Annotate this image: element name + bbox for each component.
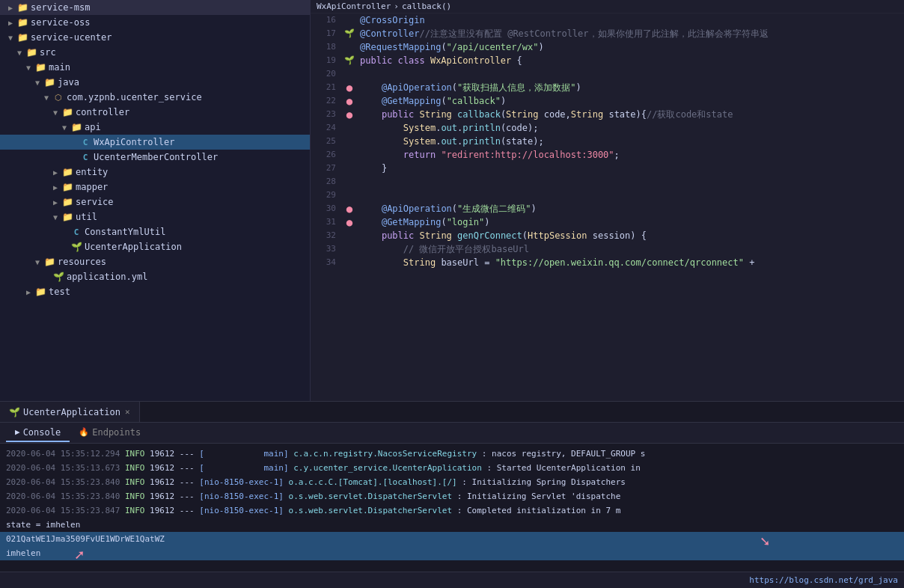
sidebar-item-service-msm[interactable]: ▶ 📁 service-msm (0, 0, 310, 15)
code-editor: WxApiController › callback() 16 @CrossOr… (311, 0, 904, 401)
line-code: @ApiOperation("获取扫描人信息，添加数据") (357, 81, 904, 94)
sidebar-item-constantymlutil[interactable]: C ConstantYmlUtil (0, 224, 310, 239)
line-num: 27 (311, 162, 342, 175)
endpoints-icon: 🔥 (79, 427, 89, 437)
sidebar-item-src[interactable]: ▼ 📁 src (0, 45, 310, 60)
line-num: 20 (311, 67, 342, 81)
highlight-block-1: 021QatWE1Jma3509FvUE1WDrWE1QatWZ ➘ (0, 532, 904, 546)
highlight-text-2: imhelen (6, 548, 40, 558)
folder-icon: 📁 (61, 196, 73, 208)
line-num: 26 (311, 148, 342, 162)
sidebar-label: ConstantYmlUtil (85, 227, 165, 237)
console-content[interactable]: 2020-06-04 15:35:12.294 INFO 19612 --- [… (0, 444, 904, 572)
sidebar-item-package[interactable]: ▼ ⬡ com.yzpnb.ucenter_service (0, 90, 310, 105)
log-line-1: 2020-06-04 15:35:12.294 INFO 19612 --- [… (0, 447, 904, 461)
folder-icon: 📁 (43, 76, 55, 88)
yaml-icon: 🌱 (52, 271, 64, 283)
line-num: 21 (311, 81, 342, 94)
tab-console-label: Console (23, 427, 61, 438)
tab-endpoints-label: Endpoints (92, 427, 141, 438)
line-num: 29 (311, 189, 342, 202)
code-line-29: 29 (311, 189, 904, 202)
app-tab-bar: 🌱 UcenterApplication ✕ (0, 402, 904, 423)
arrow-icon: ▶ (51, 197, 60, 206)
sidebar-item-java[interactable]: ▼ 📁 java (0, 75, 310, 90)
sidebar-item-entity[interactable]: ▶ 📁 entity (0, 165, 310, 180)
folder-icon: 📁 (16, 16, 28, 28)
sidebar-label: util (76, 212, 97, 222)
sidebar-label: UcenterApplication (85, 242, 182, 252)
status-url: https://blog.csdn.net/grd_java (749, 575, 898, 585)
line-code: // 微信开放平台授权baseUrl (357, 242, 904, 256)
code-line-26: 26 return "redirent:http://localhost:300… (311, 148, 904, 162)
gutter: ● (342, 81, 357, 94)
line-code: @RequestMapping("/api/ucenter/wx") (357, 40, 904, 54)
line-code (357, 67, 904, 81)
line-num: 31 (311, 215, 342, 229)
code-line-21: 21 ● @ApiOperation("获取扫描人信息，添加数据") (311, 81, 904, 94)
log-msg: Initializing Spring Dispatchers (472, 476, 626, 489)
spacer (42, 272, 51, 281)
sidebar-label: test (49, 287, 70, 297)
log-pid: 19612 (150, 490, 174, 503)
sidebar-item-mapper[interactable]: ▶ 📁 mapper (0, 180, 310, 195)
sidebar-item-wxapicontroller[interactable]: C WxApiController (0, 135, 310, 150)
folder-icon: 📁 (16, 1, 28, 13)
sidebar-label: WxApiController (94, 137, 174, 147)
sidebar-item-service-ucenter[interactable]: ▼ 📁 service-ucenter (0, 30, 310, 45)
arrow-icon: ▼ (60, 123, 69, 132)
sidebar-item-ucenterapplication[interactable]: 🌱 UcenterApplication (0, 239, 310, 254)
log-level: INFO (125, 504, 145, 517)
code-content[interactable]: 16 @CrossOrigin 17 🌱 @Controller//注意这里没有… (311, 13, 904, 401)
line-code: @Controller//注意这里没有配置 @RestController，如果… (357, 27, 904, 40)
spring-icon: 🌱 (70, 241, 82, 253)
line-num: 34 (311, 256, 342, 269)
spacer (60, 242, 69, 251)
code-line-20: 20 (311, 67, 904, 81)
folder-icon: 📁 (43, 256, 55, 268)
sidebar-item-util[interactable]: ▼ 📁 util (0, 209, 310, 224)
package-icon: ⬡ (52, 91, 64, 103)
log-level: INFO (125, 490, 145, 503)
breadcrumb-method: callback() (402, 1, 451, 11)
log-date: 2020-06-04 15:35:23.840 (6, 490, 120, 503)
line-num: 24 (311, 121, 342, 135)
code-line-34: 34 String baseUrl = "https://open.weixin… (311, 256, 904, 269)
app-tab[interactable]: 🌱 UcenterApplication ✕ (0, 402, 140, 422)
bottom-panel: 🌱 UcenterApplication ✕ ▶ Console 🔥 Endpo… (0, 401, 904, 588)
log-date: 2020-06-04 15:35:23.840 (6, 476, 120, 489)
sidebar-item-controller[interactable]: ▼ 📁 controller (0, 105, 310, 120)
line-num: 19 (311, 54, 342, 67)
line-code: public String genQrConnect(HttpSession s… (357, 229, 904, 242)
sidebar-item-main[interactable]: ▼ 📁 main (0, 60, 310, 75)
sidebar-item-applicationyml[interactable]: 🌱 application.yml (0, 269, 310, 284)
sidebar-label: main (49, 62, 70, 73)
breadcrumb-file: WxApiController (317, 1, 391, 11)
close-icon[interactable]: ✕ (125, 407, 130, 417)
main-container: ▶ 📁 service-msm ▶ 📁 service-oss ▼ 📁 serv… (0, 0, 904, 588)
code-line-19: 19 🌱 public class WxApiController { (311, 54, 904, 67)
line-num: 23 (311, 108, 342, 121)
line-code (357, 175, 904, 189)
sidebar-item-resources[interactable]: ▼ 📁 resources (0, 254, 310, 269)
tab-console[interactable]: ▶ Console (6, 424, 70, 442)
tab-endpoints[interactable]: 🔥 Endpoints (70, 424, 150, 442)
line-num: 32 (311, 229, 342, 242)
sidebar-item-service-oss[interactable]: ▶ 📁 service-oss (0, 15, 310, 30)
folder-icon: 📁 (34, 61, 46, 73)
log-thread: [ main] (199, 447, 288, 460)
code-line-27: 27 } (311, 162, 904, 175)
sidebar-item-api[interactable]: ▼ 📁 api (0, 120, 310, 135)
sidebar-item-ucentermember[interactable]: C UcenterMemberController (0, 150, 310, 165)
sidebar-label: com.yzpnb.ucenter_service (67, 92, 202, 102)
code-line-23: 23 ● public String callback(String code,… (311, 108, 904, 121)
line-code: @GetMapping("callback") (357, 94, 904, 108)
arrow-icon: ▶ (6, 3, 15, 12)
sidebar-item-test[interactable]: ▶ 📁 test (0, 284, 310, 299)
sidebar-label: controller (76, 107, 129, 117)
log-line-5: 2020-06-04 15:35:23.847 INFO 19612 --- [… (0, 503, 904, 518)
arrow-icon: ▼ (51, 212, 60, 221)
sidebar-item-service[interactable]: ▶ 📁 service (0, 195, 310, 209)
status-bar: https://blog.csdn.net/grd_java (0, 572, 904, 588)
spacer (69, 138, 78, 147)
